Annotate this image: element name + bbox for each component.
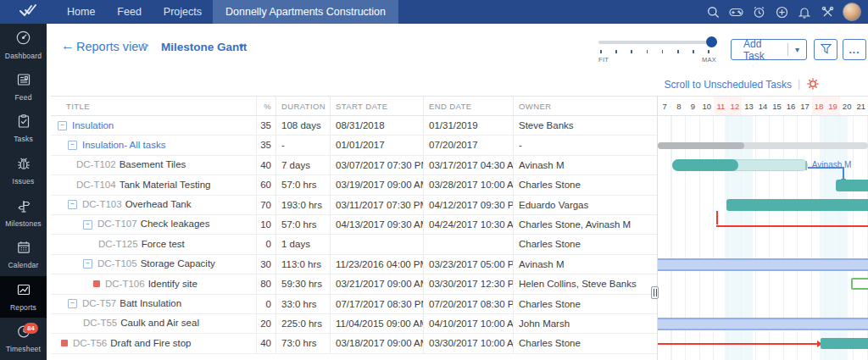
task-name[interactable]: Check leakages <box>141 215 210 234</box>
nav-active-project-tab[interactable]: Donnelly Apartments Construction <box>213 0 398 24</box>
breadcrumb-reports-view[interactable]: Reports view <box>76 40 147 53</box>
gantt-day-label: 11 <box>714 97 728 116</box>
task-name[interactable]: Insulation- All tasks <box>82 136 165 154</box>
task-percent: 40 <box>257 334 276 352</box>
table-row[interactable]: −DC-T103Overhead Tank70193:0 hrs03/11/20… <box>51 196 657 215</box>
task-name[interactable]: Tank Material Testing <box>120 175 211 194</box>
table-row[interactable]: DC-T125Force test01 daysCharles Stone <box>51 235 657 254</box>
table-row[interactable]: DC-T106Identify site8059:30 hrs03/21/201… <box>51 274 657 294</box>
task-title-cell: −DC-T57Batt Insulation <box>51 295 257 313</box>
table-row[interactable]: −DC-T107Check leakages1057:0 hrs04/13/20… <box>51 215 657 235</box>
task-name[interactable]: Storage Capacity <box>141 255 215 274</box>
task-percent: 40 <box>257 156 276 174</box>
slider-tick <box>708 50 709 53</box>
table-row[interactable]: −DC-T105Storage Capacity30113:0 hrs11/23… <box>51 255 657 274</box>
summary-bar-progress[interactable] <box>658 142 744 149</box>
feed-icon <box>16 72 31 91</box>
collapse-toggle[interactable]: − <box>68 299 77 308</box>
nav-feed[interactable]: Feed <box>106 0 153 24</box>
task-title-cell: −Insulation- All tasks <box>51 136 257 154</box>
task-name[interactable]: Caulk and Air seal <box>120 314 199 333</box>
bell-icon[interactable] <box>797 4 812 19</box>
task-owner: Eduardo Vargas <box>514 196 657 214</box>
more-options-button[interactable]: ... <box>843 39 866 60</box>
sidebar-item-calendar[interactable]: Calendar <box>0 234 47 276</box>
gantt-settings-gear-icon[interactable] <box>807 78 819 93</box>
chevron-down-icon[interactable]: ▾ <box>239 41 244 52</box>
app-logo-icon[interactable] <box>19 3 41 21</box>
task-name[interactable]: Batt Insulation <box>120 295 181 313</box>
task-percent: 70 <box>257 196 276 214</box>
task-bar-progress[interactable] <box>672 159 738 171</box>
collapse-toggle[interactable]: − <box>68 141 77 150</box>
table-row[interactable]: −Insulation- All tasks35-01/01/201707/20… <box>51 136 657 155</box>
table-row[interactable]: DC-T102Basement Tiles407 days03/07/2017 … <box>51 156 657 175</box>
collapse-toggle[interactable]: − <box>83 259 92 269</box>
task-bar[interactable] <box>726 199 868 211</box>
scroll-to-unscheduled-link[interactable]: Scroll to Unscheduled Tasks <box>664 79 792 91</box>
filter-button[interactable] <box>814 39 837 60</box>
add-task-button[interactable]: Add Task ▾ <box>731 39 807 60</box>
nav-home[interactable]: Home <box>56 0 106 24</box>
sidebar-item-feed[interactable]: Feed <box>0 66 47 108</box>
task-owner: Helen Collins, Steve Banks <box>514 274 657 293</box>
back-arrow-icon[interactable]: ← <box>61 38 75 53</box>
milestone-bar[interactable] <box>658 258 868 271</box>
search-icon[interactable] <box>705 4 721 19</box>
task-title-cell: DC-T106Identify site <box>51 274 257 293</box>
task-bar[interactable] <box>836 180 868 191</box>
tools-icon[interactable] <box>820 4 835 19</box>
alarm-clock-icon[interactable] <box>751 4 766 19</box>
task-end-date: 03/28/2017 10:00 AM <box>424 175 514 194</box>
add-task-caret-icon[interactable]: ▾ <box>788 45 806 54</box>
collapse-toggle[interactable]: − <box>83 220 92 230</box>
table-row[interactable]: DC-T55Caulk and Air seal20225:0 hrs11/04… <box>51 314 657 334</box>
task-duration: 57:0 hrs <box>276 215 331 234</box>
sidebar-item-milestones[interactable]: Milestones <box>0 191 47 234</box>
table-row[interactable]: DC-T56Draft and Fire stop4073:0 hrs03/18… <box>51 334 657 353</box>
nav-projects[interactable]: Projects <box>153 0 213 24</box>
task-duration: 33:0 hrs <box>276 295 331 313</box>
task-start-date: 01/01/2017 <box>331 136 424 154</box>
task-percent: 60 <box>257 175 276 194</box>
task-end-date: 03/17/2017 04:30 AM <box>424 156 514 174</box>
gantt-zoom-slider: FIT MAX <box>598 36 719 64</box>
collapse-toggle[interactable]: − <box>68 200 77 209</box>
user-avatar[interactable] <box>843 3 861 21</box>
task-bar[interactable] <box>821 338 868 349</box>
sidebar-item-tasks[interactable]: Tasks <box>0 108 47 150</box>
sidebar-item-timesheet[interactable]: Timesheet84 <box>0 318 47 360</box>
task-id: DC-T104 <box>76 175 116 194</box>
overdue-dependency-line <box>716 211 718 224</box>
task-name[interactable]: Draft and Fire stop <box>110 334 191 352</box>
task-duration: 7 days <box>276 156 331 174</box>
sidebar-item-issues[interactable]: Issues <box>0 150 47 192</box>
task-duration: 59:30 hrs <box>276 274 331 293</box>
collapse-toggle[interactable]: − <box>58 121 67 130</box>
task-percent: 20 <box>257 314 276 333</box>
task-owner: Charles Stone <box>514 235 657 253</box>
view-selector[interactable]: Milestone Gantt <box>161 41 247 53</box>
milestone-bar[interactable] <box>658 318 868 330</box>
pane-resize-handle[interactable] <box>651 286 659 299</box>
sidebar-item-reports[interactable]: Reports <box>0 276 47 318</box>
task-name[interactable]: Force test <box>142 235 185 253</box>
outline-task-bar[interactable] <box>851 278 868 290</box>
task-name[interactable]: Overhead Tank <box>125 196 192 214</box>
task-start-date: 03/18/2017 09:00 AM <box>331 334 424 352</box>
task-start-date: 07/17/2017 08:30 PM <box>331 295 424 313</box>
slider-handle[interactable] <box>706 36 717 47</box>
gantt-day-label: 17 <box>798 97 812 116</box>
slider-track[interactable] <box>598 41 717 44</box>
gamepad-icon[interactable] <box>728 4 743 19</box>
task-name[interactable]: Basement Tiles <box>120 156 186 174</box>
task-name[interactable]: Identify site <box>148 274 198 293</box>
col-header-title: TITLE <box>51 97 257 115</box>
task-name[interactable]: Insulation <box>72 116 114 135</box>
task-start-date: 11/23/2016 04:00 PM <box>331 255 424 274</box>
sidebar-item-dashboard[interactable]: Dashboard <box>0 24 47 66</box>
plus-circle-icon[interactable] <box>774 4 789 19</box>
table-row[interactable]: −Insulation35108 days08/31/201801/31/201… <box>51 116 657 136</box>
table-row[interactable]: DC-T104Tank Material Testing6057:0 hrs03… <box>51 175 657 195</box>
table-row[interactable]: −DC-T57Batt Insulation033:0 hrs07/17/201… <box>51 295 657 314</box>
